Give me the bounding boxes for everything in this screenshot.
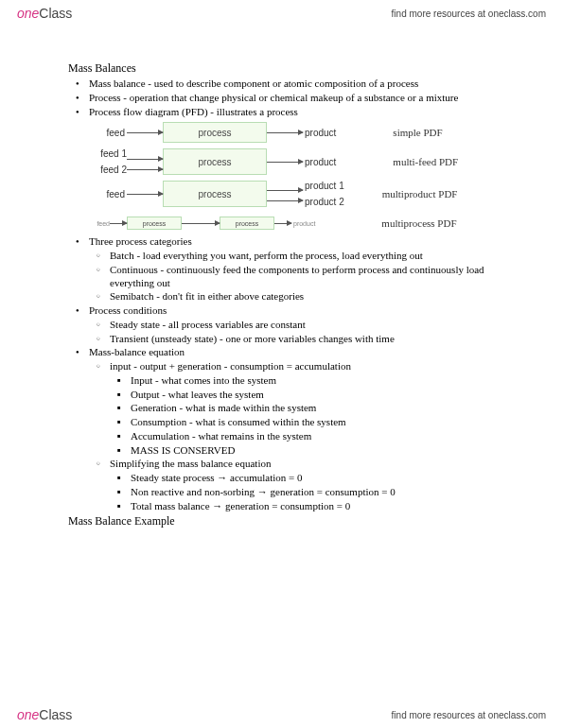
diagram-multiprocess: feed process process product multiproces…: [89, 217, 518, 230]
eq-line-list: input - output + generation - consumptio…: [89, 360, 518, 373]
brand-one: one: [17, 6, 39, 21]
arrow-icon: [110, 223, 127, 224]
simp-total: Total mass balance → generation = consum…: [110, 500, 518, 513]
arrow-icon: [274, 223, 291, 224]
feed1-label: feed 1: [89, 148, 127, 159]
eq-mass-conserved: MASS IS CONSERVED: [110, 444, 518, 458]
arrow-icon: [267, 190, 303, 191]
cond-head-list: Process conditions: [68, 304, 518, 318]
bullet-process: Process - operation that change physical…: [68, 92, 518, 105]
cat-head: Three process categories: [68, 235, 518, 249]
cond-list: Steady state - all process variables are…: [89, 319, 518, 346]
feed-stack: feed 1 feed 2: [89, 148, 127, 175]
arrow-icon: [127, 194, 163, 195]
document-body: Mass Balances Mass balance - used to des…: [68, 61, 518, 529]
eq-accumulation: Accumulation - what remains in the syste…: [110, 430, 518, 443]
header-resources-link[interactable]: find more resources at oneclass.com: [392, 9, 546, 19]
eq-sub-list: Input - what comes into the system Outpu…: [110, 374, 518, 458]
cond-transient: Transient (unsteady state) - one or more…: [89, 333, 518, 346]
page-footer: oneClass find more resources at oneclass…: [0, 702, 563, 728]
arrow-stack: [267, 185, 303, 202]
cat-list: Batch - load everything you want, perfor…: [89, 250, 518, 303]
simp-steady: Steady state process → accumulation = 0: [110, 472, 518, 485]
cat-batch: Batch - load everything you want, perfor…: [89, 250, 518, 263]
arrow-icon: [267, 200, 303, 201]
simp-head-list: Simplifying the mass balance equation: [89, 458, 518, 471]
footer-resources-link[interactable]: find more resources at oneclass.com: [392, 710, 546, 720]
eq-head: Mass-balance equation: [68, 346, 518, 359]
process-box: process: [127, 217, 182, 230]
eq-line: input - output + generation - consumptio…: [89, 360, 518, 373]
caption-simple: simple PDF: [393, 127, 442, 138]
top-bullet-list: Mass balance - used to describe componen…: [68, 78, 518, 118]
product-label: product: [303, 157, 336, 167]
cond-head: Process conditions: [68, 304, 518, 318]
arrow-icon: [127, 132, 163, 133]
cat-continuous: Continuous - continuously feed the compo…: [89, 264, 518, 290]
process-box: process: [163, 181, 267, 207]
product2-label: product 2: [305, 197, 344, 207]
cat-semibatch: Semibatch - don't fit in either above ca…: [89, 290, 518, 303]
simp-list: Steady state process → accumulation = 0 …: [110, 472, 518, 512]
product-label: product: [291, 220, 315, 227]
mid-bullet-list: Three process categories: [68, 235, 518, 249]
simp-nonreactive: Non reactive and non-sorbing → generatio…: [110, 486, 518, 499]
eq-generation: Generation - what is made within the sys…: [110, 402, 518, 415]
diagram-multiproduct: feed process product 1 product 2 multipr…: [89, 181, 518, 207]
simp-head: Simplifying the mass balance equation: [89, 458, 518, 471]
feed2-label: feed 2: [89, 165, 127, 175]
caption-multifeed: multi-feed PDF: [393, 156, 458, 167]
product-label: product: [303, 128, 336, 138]
bullet-pfd: Process flow diagram (PFD) - illustrates…: [68, 106, 518, 119]
process-box: process: [163, 122, 267, 143]
eq-head-list: Mass-balance equation: [68, 346, 518, 359]
product-stack: product 1 product 2: [303, 181, 344, 207]
eq-output: Output - what leaves the system: [110, 389, 518, 402]
process-box: process: [163, 148, 267, 175]
brand-one: one: [17, 707, 39, 722]
page-header: oneClass find more resources at oneclass…: [0, 0, 563, 26]
arrow-icon: [267, 132, 303, 133]
process-box: process: [220, 217, 274, 230]
example-title: Mass Balance Example: [68, 514, 518, 529]
feed-label: feed: [89, 128, 127, 138]
caption-multiprocess: multiprocess PDF: [381, 217, 456, 229]
feed-label: feed: [89, 189, 127, 199]
brand-class: Class: [39, 707, 72, 722]
brand-logo: oneClass: [17, 6, 72, 21]
brand-class: Class: [39, 6, 72, 21]
diagram-simple: feed process product simple PDF: [89, 122, 518, 143]
arrow-icon: [182, 223, 220, 224]
arrow-stack: [127, 153, 163, 171]
eq-consumption: Consumption - what is consumed within th…: [110, 416, 518, 429]
brand-logo: oneClass: [17, 707, 72, 722]
arrow-icon: [127, 159, 163, 160]
pfd-diagrams: feed process product simple PDF feed 1 f…: [89, 122, 518, 230]
diagram-multifeed: feed 1 feed 2 process product multi-feed…: [89, 148, 518, 175]
bullet-mass-balance: Mass balance - used to describe componen…: [68, 78, 518, 91]
doc-title: Mass Balances: [68, 61, 518, 76]
product1-label: product 1: [305, 181, 344, 191]
arrow-icon: [267, 162, 303, 163]
arrow-icon: [127, 169, 163, 170]
feed-label: feed: [89, 220, 110, 227]
eq-input: Input - what comes into the system: [110, 374, 518, 388]
caption-multiproduct: multiproduct PDF: [382, 188, 458, 199]
cond-steady: Steady state - all process variables are…: [89, 319, 518, 332]
